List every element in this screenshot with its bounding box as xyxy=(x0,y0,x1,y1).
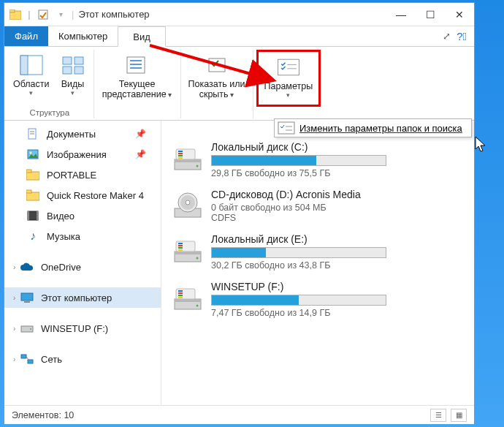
drive-item[interactable]: WINSETUP (F:) 7,47 ГБ свободно из 14,9 Г… xyxy=(172,281,464,318)
drive-icon xyxy=(172,189,204,221)
window-title: Этот компьютер xyxy=(78,9,386,20)
svg-rect-25 xyxy=(26,190,31,193)
folder-icon xyxy=(26,189,39,202)
nav-onedrive[interactable]: › OneDrive xyxy=(4,257,161,277)
qat-separator-icon: | xyxy=(26,8,32,21)
ribbon-tabs: Файл Компьютер Вид ⤢ ?⃝ xyxy=(4,26,474,47)
svg-rect-37 xyxy=(175,159,201,162)
folder-icon xyxy=(26,168,39,181)
svg-rect-7 xyxy=(63,67,72,74)
usage-bar xyxy=(211,155,386,166)
views-button[interactable]: Виды ▾ xyxy=(56,50,91,107)
nav-music[interactable]: ♪ Музыка xyxy=(4,226,161,246)
svg-rect-8 xyxy=(75,67,83,74)
drive-icon xyxy=(172,141,204,173)
tab-file[interactable]: Файл xyxy=(4,26,48,46)
svg-point-38 xyxy=(196,165,199,167)
svg-rect-26 xyxy=(28,211,38,220)
svg-rect-63 xyxy=(178,297,183,298)
music-icon: ♪ xyxy=(26,230,39,243)
drive-item[interactable]: Локальный диск (C:) 29,8 ГБ свободно из … xyxy=(172,141,464,178)
pin-icon: 📌 xyxy=(135,129,146,139)
drive-item[interactable]: Локальный диск (E:) 30,2 ГБ свободно из … xyxy=(172,233,464,271)
chevron-right-icon[interactable]: › xyxy=(13,294,15,302)
drive-stat: 7,47 ГБ свободно из 14,9 ГБ xyxy=(211,308,464,318)
status-label: Элементов: xyxy=(12,410,61,420)
view-icons-button[interactable]: ▦ xyxy=(451,409,467,422)
nav-thispc[interactable]: › Этот компьютер xyxy=(4,287,161,308)
tab-view[interactable]: Вид xyxy=(118,26,166,47)
svg-rect-55 xyxy=(178,249,183,251)
nav-network[interactable]: › Сеть xyxy=(4,349,161,369)
svg-rect-27 xyxy=(28,211,29,220)
chevron-right-icon[interactable]: › xyxy=(13,325,15,333)
svg-rect-41 xyxy=(178,153,183,154)
svg-rect-54 xyxy=(178,247,183,249)
svg-rect-5 xyxy=(63,57,72,64)
drive-name: Локальный диск (E:) xyxy=(211,233,464,245)
svg-rect-62 xyxy=(178,295,183,296)
view-details-button[interactable]: ☰ xyxy=(430,409,446,422)
maximize-button[interactable]: ☐ xyxy=(416,4,445,25)
panes-button[interactable]: Области ▾ xyxy=(9,50,54,107)
svg-point-58 xyxy=(196,305,199,307)
svg-rect-57 xyxy=(175,299,201,302)
drive-icon xyxy=(20,322,34,335)
svg-rect-30 xyxy=(24,301,30,303)
svg-rect-13 xyxy=(209,58,225,72)
explorer-window: | ▾ | Этот компьютер — ☐ ✕ Файл Компьюте… xyxy=(4,2,475,425)
current-view-button[interactable]: Текущее представление xyxy=(97,50,177,107)
drive-stat: 30,2 ГБ свободно из 43,8 ГБ xyxy=(211,260,464,271)
chevron-right-icon[interactable]: › xyxy=(13,355,15,363)
thispc-icon xyxy=(20,291,34,304)
svg-rect-53 xyxy=(178,245,183,246)
svg-rect-61 xyxy=(178,292,183,294)
nav-video[interactable]: Видео xyxy=(4,205,161,226)
group-options: Параметры ▾ xyxy=(253,50,324,118)
qat-newfolder-icon[interactable]: ▾ xyxy=(54,8,67,21)
help-icon[interactable]: ?⃝ xyxy=(457,30,467,42)
qat-properties-icon[interactable] xyxy=(37,8,50,21)
svg-rect-14 xyxy=(278,59,299,75)
svg-rect-4 xyxy=(20,56,28,75)
minimize-button[interactable]: — xyxy=(386,4,416,25)
nav-pictures[interactable]: Изображения 📌 xyxy=(4,144,161,165)
content-area: Документы 📌 Изображения 📌 PORTABLE Quick… xyxy=(4,121,474,405)
show-hide-button[interactable]: Показать или скрыть xyxy=(184,50,250,107)
svg-rect-29 xyxy=(21,293,33,301)
drive-stat: 0 байт свободно из 504 МБ xyxy=(211,203,464,213)
nav-documents[interactable]: Документы 📌 xyxy=(4,124,161,144)
options-dropdown-item[interactable]: Изменить параметры папок и поиска xyxy=(274,118,472,137)
drive-subtype: CDFS xyxy=(211,213,464,223)
nav-winsetup[interactable]: › WINSETUP (F:) xyxy=(4,318,161,339)
video-icon xyxy=(26,209,39,222)
main-pane: Локальный диск (C:) 29,8 ГБ свободно из … xyxy=(161,121,474,405)
svg-rect-64 xyxy=(278,122,294,134)
minimize-ribbon-icon[interactable]: ⤢ xyxy=(443,31,451,42)
group-panes: Области ▾ Виды ▾ Структура xyxy=(6,50,94,118)
svg-rect-40 xyxy=(178,151,183,152)
tab-computer[interactable]: Компьютер xyxy=(48,26,118,46)
svg-point-21 xyxy=(30,152,32,154)
status-count: 10 xyxy=(64,410,74,420)
svg-point-32 xyxy=(30,328,31,330)
nav-pane: Документы 📌 Изображения 📌 PORTABLE Quick… xyxy=(4,121,161,405)
svg-point-47 xyxy=(186,200,190,205)
chevron-right-icon[interactable]: › xyxy=(13,263,15,271)
usage-bar xyxy=(211,295,386,306)
close-button[interactable]: ✕ xyxy=(445,4,474,25)
titlebar: | ▾ | Этот компьютер — ☐ ✕ xyxy=(4,3,474,26)
statusbar: Элементов: 10 ☰ ▦ xyxy=(4,405,474,424)
ribbon: Области ▾ Виды ▾ Структура Текущее предс xyxy=(4,47,474,121)
svg-rect-49 xyxy=(175,252,201,254)
drive-name: CD-дисковод (D:) Acronis Media xyxy=(211,189,464,200)
nav-qrm[interactable]: Quick Restore Maker 4 xyxy=(4,185,161,205)
pin-icon: 📌 xyxy=(135,149,146,159)
svg-rect-33 xyxy=(21,355,26,358)
svg-rect-52 xyxy=(178,243,183,244)
nav-portable[interactable]: PORTABLE xyxy=(4,165,161,185)
drive-icon xyxy=(172,233,204,265)
group-current-view: Текущее представление xyxy=(94,50,181,118)
options-button[interactable]: Параметры ▾ xyxy=(256,50,321,107)
drive-item[interactable]: CD-дисковод (D:) Acronis Media 0 байт св… xyxy=(172,189,464,223)
